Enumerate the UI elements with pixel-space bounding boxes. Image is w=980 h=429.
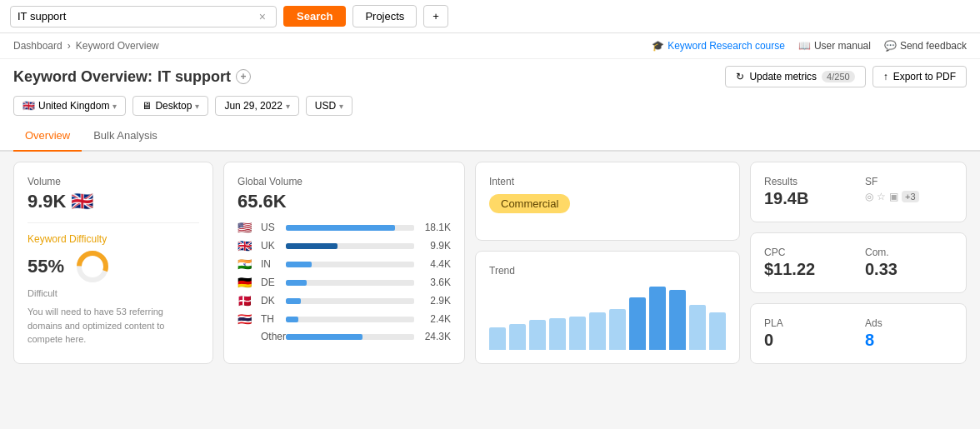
trend-bar bbox=[609, 309, 626, 350]
uk-flag-icon: 🇬🇧 bbox=[71, 191, 93, 212]
country-rows: 🇺🇸 US 18.1K 🇬🇧 UK 9.9K 🇮🇳 IN 4.4K 🇩🇪 DE bbox=[238, 221, 451, 326]
export-icon: ↑ bbox=[883, 71, 888, 82]
clear-button[interactable]: × bbox=[256, 10, 269, 23]
country-name: DE bbox=[261, 277, 279, 288]
country-name: DK bbox=[261, 295, 279, 307]
graduation-icon: 🎓 bbox=[652, 40, 664, 52]
kd-value: 55% bbox=[28, 256, 64, 277]
results-block: Results 19.4B bbox=[764, 176, 852, 208]
middle-col: Intent Commercial Trend bbox=[475, 162, 740, 364]
trend-bar bbox=[689, 305, 706, 350]
cpc-com-card: CPC $11.22 Com. 0.33 bbox=[750, 232, 967, 293]
ads-value: 8 bbox=[865, 331, 952, 350]
sf-block: SF ◎ ☆ ▣ +3 bbox=[865, 176, 952, 208]
pla-ads-row: PLA 0 Ads 8 bbox=[764, 317, 952, 350]
filters-bar: 🇬🇧 United Kingdom ▾ 🖥 Desktop ▾ Jun 29, … bbox=[0, 91, 980, 121]
pla-value: 0 bbox=[764, 331, 852, 350]
date-filter[interactable]: Jun 29, 2022 ▾ bbox=[215, 96, 298, 116]
country-bar-fill bbox=[286, 243, 338, 249]
trend-card: Trend bbox=[475, 251, 740, 364]
country-bar-bg bbox=[286, 243, 414, 249]
country-bar-fill bbox=[286, 280, 307, 286]
country-row: 🇩🇰 DK 2.9K bbox=[238, 294, 451, 307]
update-metrics-button[interactable]: ↻ Update metrics 4/250 bbox=[725, 66, 865, 87]
nav-bar: Dashboard › Keyword Overview 🎓 Keyword R… bbox=[0, 33, 980, 59]
trend-bar bbox=[669, 290, 686, 350]
country-flag: 🇺🇸 bbox=[238, 221, 254, 234]
volume-card: Volume 9.9K 🇬🇧 Keyword Difficulty 55% Di… bbox=[13, 162, 213, 364]
trend-bar bbox=[589, 312, 606, 350]
chevron-down-icon: ▾ bbox=[195, 102, 199, 111]
sf-icons: ◎ ☆ ▣ +3 bbox=[865, 191, 952, 202]
add-project-button[interactable]: + bbox=[423, 5, 448, 27]
country-bar-bg bbox=[286, 225, 414, 231]
other-bar-fill bbox=[286, 334, 362, 340]
header-actions: ↻ Update metrics 4/250 ↑ Export to PDF bbox=[725, 66, 967, 87]
kd-row: 55% bbox=[28, 248, 199, 285]
tabs-bar: Overview Bulk Analysis bbox=[0, 121, 980, 152]
star-icon: ☆ bbox=[877, 191, 886, 202]
country-value: 3.6K bbox=[421, 277, 451, 288]
country-value: 4.4K bbox=[421, 258, 451, 270]
chevron-down-icon: ▾ bbox=[286, 102, 290, 111]
trend-chart bbox=[489, 283, 726, 350]
country-filter[interactable]: 🇬🇧 United Kingdom ▾ bbox=[13, 96, 126, 116]
tab-overview[interactable]: Overview bbox=[13, 121, 82, 152]
country-bar-fill bbox=[286, 225, 395, 231]
ads-label: Ads bbox=[865, 317, 952, 329]
country-value: 18.1K bbox=[421, 222, 451, 233]
country-bar-bg bbox=[286, 262, 414, 267]
ads-block: Ads 8 bbox=[865, 317, 952, 350]
course-link[interactable]: 🎓 Keyword Research course bbox=[652, 40, 785, 52]
other-row: Other 24.3K bbox=[238, 331, 451, 342]
country-flag: 🇮🇳 bbox=[238, 257, 254, 271]
country-row: 🇮🇳 IN 4.4K bbox=[238, 257, 451, 271]
results-card: Results 19.4B SF ◎ ☆ ▣ +3 bbox=[750, 162, 967, 222]
desktop-icon: 🖥 bbox=[142, 100, 152, 112]
trend-bar bbox=[629, 297, 646, 350]
country-name: TH bbox=[261, 313, 279, 325]
search-input[interactable] bbox=[18, 10, 256, 22]
trend-bar bbox=[509, 324, 526, 350]
intent-label: Intent bbox=[489, 176, 726, 187]
currency-filter[interactable]: USD ▾ bbox=[306, 96, 352, 116]
location-icon: ◎ bbox=[865, 191, 873, 202]
manual-link[interactable]: 📖 User manual bbox=[798, 40, 871, 52]
main-content: Volume 9.9K 🇬🇧 Keyword Difficulty 55% Di… bbox=[0, 152, 980, 374]
feedback-link[interactable]: 💬 Send feedback bbox=[884, 40, 967, 52]
refresh-icon: ↻ bbox=[736, 71, 744, 82]
country-flag: 🇩🇪 bbox=[238, 276, 254, 289]
tab-bulk-analysis[interactable]: Bulk Analysis bbox=[82, 121, 169, 152]
country-flag: 🇹🇭 bbox=[238, 312, 254, 326]
pla-label: PLA bbox=[764, 317, 852, 329]
country-value: 2.4K bbox=[421, 313, 451, 325]
chevron-down-icon: ▾ bbox=[112, 102, 117, 111]
breadcrumb: Dashboard › Keyword Overview bbox=[13, 40, 159, 52]
trend-label: Trend bbox=[489, 265, 726, 277]
kd-difficulty-badge: Difficult bbox=[28, 288, 199, 298]
kd-description: You will need to have 53 referring domai… bbox=[28, 305, 199, 347]
export-button[interactable]: ↑ Export to PDF bbox=[872, 66, 967, 87]
trend-bar bbox=[569, 317, 586, 350]
add-keyword-button[interactable]: + bbox=[236, 69, 251, 84]
country-flag: 🇬🇧 bbox=[238, 239, 254, 252]
device-filter[interactable]: 🖥 Desktop ▾ bbox=[132, 96, 208, 116]
breadcrumb-home[interactable]: Dashboard bbox=[13, 40, 62, 52]
breadcrumb-separator: › bbox=[68, 40, 71, 52]
page-title: Keyword Overview: IT support + bbox=[13, 68, 251, 86]
global-volume-label: Global Volume bbox=[238, 176, 451, 187]
projects-button[interactable]: Projects bbox=[352, 5, 417, 27]
book-icon: 📖 bbox=[798, 40, 811, 52]
results-label: Results bbox=[764, 176, 852, 187]
trend-bar bbox=[709, 312, 726, 350]
other-bar-bg bbox=[286, 334, 414, 340]
global-volume-card: Global Volume 65.6K 🇺🇸 US 18.1K 🇬🇧 UK 9.… bbox=[223, 162, 465, 364]
country-name: US bbox=[261, 222, 279, 233]
volume-value: 9.9K 🇬🇧 bbox=[28, 191, 199, 212]
pla-ads-card: PLA 0 Ads 8 bbox=[750, 303, 967, 364]
global-volume-value: 65.6K bbox=[238, 191, 451, 212]
trend-bar bbox=[529, 320, 546, 350]
chevron-down-icon: ▾ bbox=[339, 102, 343, 111]
search-button[interactable]: Search bbox=[283, 6, 346, 27]
breadcrumb-current: Keyword Overview bbox=[76, 40, 159, 52]
